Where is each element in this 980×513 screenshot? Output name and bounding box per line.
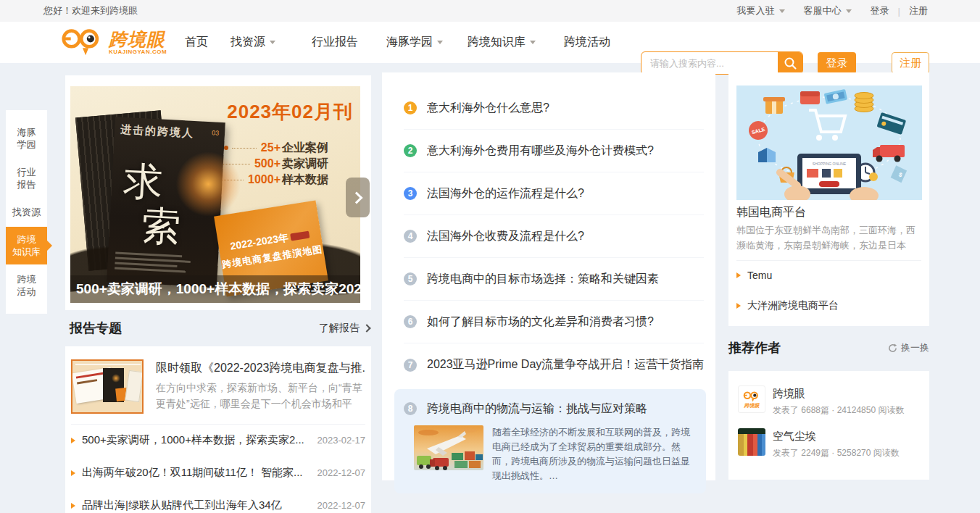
author-name[interactable]: 空气尘埃 [773,430,900,443]
caret-down-icon [530,41,536,44]
bullet-triangle-icon [71,470,75,476]
section-title: 推荐作者 [728,339,781,356]
banner-issue-title: 2023年02月刊 [227,99,353,125]
report-date: 2022-12-07 [317,467,366,478]
main-header: 跨境眼 KUAJINGYAN.COM 首页 找资源 行业报告 海豚学园 跨境知识… [0,22,980,63]
caret-down-icon [437,41,443,44]
rank-badge: 5 [404,272,417,285]
report-date: 2023-02-17 [317,435,366,446]
login-button[interactable]: 登录 [818,52,856,74]
magazine-masthead: 进击的跨境人 [120,123,195,141]
featured-report-thumbnail[interactable] [71,359,144,414]
report-list-item[interactable]: 出海两年破20亿！双11期间破11亿！ 智能家... 2022-12-07 [71,456,365,489]
service-center-menu[interactable]: 客服中心 [804,4,852,17]
rank-badge: 8 [404,402,417,415]
nav-knowledge-base[interactable]: 跨境知识库 [468,22,536,63]
nav-resources[interactable]: 找资源 [231,22,275,63]
search-input[interactable] [641,52,778,74]
rank-badge: 1 [404,101,417,114]
qa-list-card: 1 意大利海外仓什么意思? 2 意大利海外仓费用有哪些及海外仓计费模式? 3 法… [382,72,715,480]
caret-down-icon [270,41,275,44]
platform-title[interactable]: 韩国电商平台 [736,205,806,220]
author-stats: 发表了 6688篇 · 24124850 阅读数 [773,404,904,417]
report-card: 限时领取《2022-2023跨境电商复盘与推... 在方向中求索，探索新市场、新… [65,346,371,513]
author-avatar[interactable] [738,428,765,456]
qa-list-item[interactable]: 4 法国海外仓收费及流程是什么? [404,215,704,258]
magazine-issue-number: 03 [212,129,220,137]
rank-badge: 6 [404,315,417,328]
qa-item-desc: 随着全球经济的不断发展和互联网的普及，跨境电商已经成为了全球贸易的重要组成部分。… [492,425,694,483]
bullet-triangle-icon [736,272,741,278]
magazine-banner[interactable]: 2023年02月刊 25+企业案例 500+卖家调研 1000+样本数据 进击的… [70,86,360,303]
report-more-link[interactable]: 了解报告 [319,322,370,335]
nav-home[interactable]: 首页 [185,22,208,63]
logo-name: 跨境眼 [109,30,167,49]
platform-card: SALE $ SHOPPING ONLINE 韩国电商平台 韩国位于东亚朝鲜半岛… [728,72,929,326]
logo-domain: KUAJINGYAN.COM [109,49,167,55]
report-section-header: 报告专题 了解报告 [65,320,371,337]
qa-list-item[interactable]: 3 法国海外仓的运作流程是什么? [404,172,704,215]
promo-badge [290,230,310,241]
report-list-item[interactable]: 品牌出海|绿联从贴牌代工到出海年入34亿 2022-12-07 [71,489,365,513]
caret-down-icon [779,9,785,13]
owl-logo-icon [743,391,760,403]
qa-list-item[interactable]: 6 如何了解目标市场的文化差异和消费者习惯? [404,301,704,343]
refresh-icon [888,343,897,353]
featured-report-desc: 在方向中求索，探索新市场、新平台，向“青草更青处”远征，哪里会是下一个机会市场和… [156,380,368,412]
topbar-login-link[interactable]: 登录 [871,4,889,17]
report-list-item[interactable]: 500+卖家调研，1000+样本数据，探索卖家2... 2023-02-17 [71,424,365,456]
svg-text:SHOPPING ONLINE: SHOPPING ONLINE [813,162,847,166]
sidebar-item-dolphin-academy[interactable]: 海豚 学园 [6,120,47,157]
carousel-next-button[interactable] [346,178,370,217]
qa-list-item[interactable]: 7 2023亚马逊Prime Day流量争夺战开启！运营干货指南 [404,343,704,386]
topbar-menu: 我要入驻 客服中心 登录 | 注册 [737,4,928,17]
recommended-authors-card: 跨境眼 跨境眼 发表了 6688篇 · 24124850 阅读数 空气尘埃 发表… [728,371,929,480]
sidebar-item-activities[interactable]: 跨境 活动 [6,267,47,304]
owl-logo-icon [62,26,104,58]
rank-badge: 3 [404,187,417,200]
nav-industry-reports[interactable]: 行业报告 [312,22,358,63]
bullet-triangle-icon [71,503,75,509]
dot-icon [224,146,228,150]
rank-badge: 2 [404,144,417,157]
authors-section-header: 推荐作者 换一换 [728,339,929,356]
register-button[interactable]: 注册 [892,52,929,74]
author-stats: 发表了 2249篇 · 5258270 阅读数 [773,447,900,459]
search-box [641,51,803,75]
nav-dolphin-academy[interactable]: 海豚学园 [386,22,443,63]
qa-list-item[interactable]: 1 意大利海外仓什么意思? [404,87,704,130]
site-logo[interactable]: 跨境眼 KUAJINGYAN.COM [62,26,167,58]
sidebar-item-resources[interactable]: 找资源 [6,199,47,225]
platform-link-temu[interactable]: Temu [736,260,921,291]
banner-card: 2023年02月刊 25+企业案例 500+卖家调研 1000+样本数据 进击的… [65,75,371,310]
author-row[interactable]: 空气尘埃 发表了 2249篇 · 5258270 阅读数 [738,428,929,459]
bullet-triangle-icon [736,303,741,309]
qa-list-item[interactable]: 5 跨境电商中的目标市场选择：策略和关键因素 [404,258,704,301]
chevron-right-icon [350,191,362,204]
rank-badge: 7 [404,359,417,372]
author-row[interactable]: 跨境眼 跨境眼 发表了 6688篇 · 24124850 阅读数 [738,385,929,417]
sidebar-item-industry-reports[interactable]: 行业 报告 [6,159,47,197]
nav-activities[interactable]: 跨境活动 [564,22,610,63]
sidebar-item-knowledge-base[interactable]: 跨境 知识库 [6,227,47,264]
caret-down-icon [846,9,852,13]
platform-link-oceania[interactable]: 大洋洲跨境电商平台 [736,291,921,321]
bullet-triangle-icon [71,438,75,443]
ecommerce-illustration[interactable]: SALE $ SHOPPING ONLINE [736,86,922,200]
search-button[interactable] [778,52,802,74]
topbar: 您好！欢迎来到跨境眼 我要入驻 客服中心 登录 | 注册 [0,0,980,22]
cover-text-lines [115,251,191,275]
qa-list-item-expanded[interactable]: 8 跨境电商中的物流与运输：挑战与应对策略 [394,389,706,493]
cover-calligraphy: 索 [140,199,182,254]
featured-report-title[interactable]: 限时领取《2022-2023跨境电商复盘与推... [156,361,366,376]
qa-list-item[interactable]: 2 意大利海外仓费用有哪些及海外仓计费模式? [404,130,704,172]
topbar-register-link[interactable]: 注册 [909,4,928,17]
author-avatar[interactable]: 跨境眼 [738,385,765,413]
separator: | [898,6,900,17]
platform-desc: 韩国位于东亚朝鲜半岛南部，三面环海，西濒临黄海，东南是朝鲜海峡，东边是日本海，北… [736,222,921,253]
author-name[interactable]: 跨境眼 [773,387,904,401]
banner-caption: 500+卖家调研，1000+样本数据，探索卖家2023年 [70,275,360,303]
join-menu[interactable]: 我要入驻 [737,4,785,17]
refresh-authors-link[interactable]: 换一换 [888,341,929,354]
report-date: 2022-12-07 [317,500,366,511]
